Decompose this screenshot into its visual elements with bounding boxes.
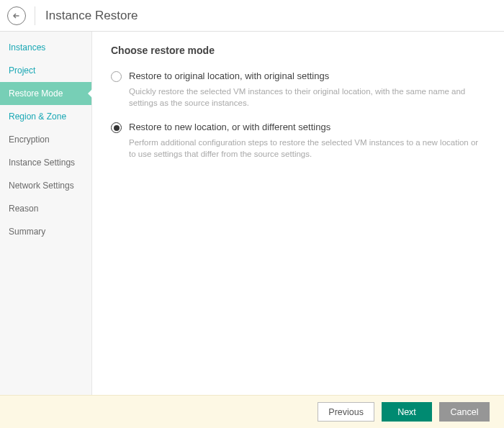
sidebar-item-encryption[interactable]: Encryption <box>0 128 91 151</box>
radio-icon <box>111 71 122 82</box>
header-divider <box>35 6 35 25</box>
page-title: Instance Restore <box>45 9 138 23</box>
radio-label: Restore to original location, with origi… <box>129 70 329 83</box>
sidebar-item-label: Instance Settings <box>9 158 75 168</box>
back-button[interactable] <box>7 6 26 25</box>
radio-option-new-location[interactable]: Restore to new location, or with differe… <box>111 122 487 134</box>
radio-label: Restore to new location, or with differe… <box>129 122 330 134</box>
main-panel: Choose restore mode Restore to original … <box>92 32 504 395</box>
sidebar: Instances Project Restore Mode Region & … <box>0 32 92 395</box>
sidebar-item-label: Region & Zone <box>9 111 66 122</box>
radio-option-original-location[interactable]: Restore to original location, with origi… <box>111 70 487 83</box>
sidebar-item-label: Project <box>9 65 35 76</box>
sidebar-item-label: Encryption <box>9 135 50 145</box>
restore-mode-radio-group: Restore to original location, with origi… <box>111 70 487 160</box>
previous-button[interactable]: Previous <box>318 402 374 422</box>
sidebar-item-network-settings[interactable]: Network Settings <box>0 174 91 197</box>
next-button[interactable]: Next <box>382 402 432 422</box>
sidebar-item-project[interactable]: Project <box>0 59 91 82</box>
sidebar-item-instances[interactable]: Instances <box>0 36 91 59</box>
sidebar-item-reason[interactable]: Reason <box>0 197 91 220</box>
footer: Previous Next Cancel <box>0 395 504 428</box>
sidebar-item-label: Network Settings <box>9 181 74 191</box>
sidebar-item-region-zone[interactable]: Region & Zone <box>0 105 91 128</box>
sidebar-item-label: Restore Mode <box>9 88 63 99</box>
sidebar-item-label: Summary <box>9 227 45 237</box>
sidebar-item-label: Instances <box>9 42 45 53</box>
radio-icon <box>111 122 122 133</box>
body: Instances Project Restore Mode Region & … <box>0 32 504 395</box>
cancel-button[interactable]: Cancel <box>439 402 490 422</box>
main-title: Choose restore mode <box>111 45 487 56</box>
sidebar-item-label: Reason <box>9 204 38 214</box>
arrow-left-icon <box>12 12 21 20</box>
sidebar-item-restore-mode[interactable]: Restore Mode <box>0 82 91 105</box>
radio-description: Perform additional configuration steps t… <box>129 137 487 160</box>
header: Instance Restore <box>0 0 504 32</box>
radio-description: Quickly restore the selected VM instance… <box>129 86 487 109</box>
sidebar-item-instance-settings[interactable]: Instance Settings <box>0 151 91 174</box>
sidebar-item-summary[interactable]: Summary <box>0 220 91 243</box>
